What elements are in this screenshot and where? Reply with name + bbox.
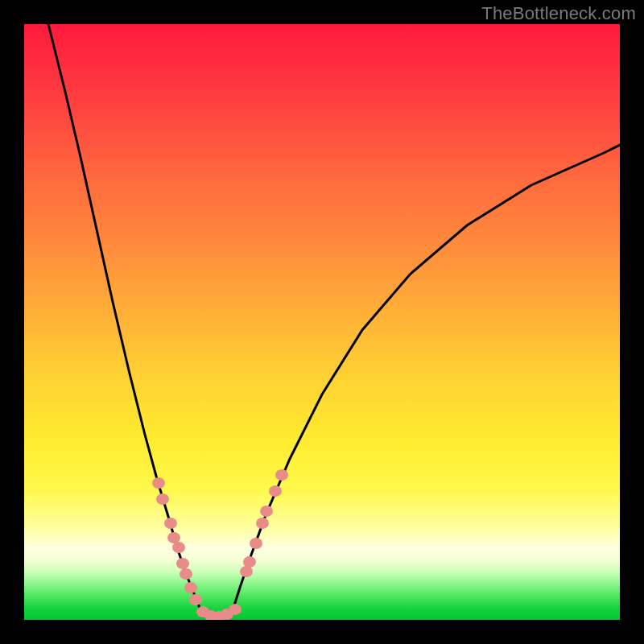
marker-group [152,469,288,620]
marker-dot [256,518,269,529]
curve-right [233,145,620,608]
watermark-text: TheBottleneck.com [481,3,636,24]
marker-dot [176,558,189,569]
marker-dot [152,477,165,489]
marker-dot [189,594,202,605]
marker-dot [164,518,177,529]
chart-plot-area [24,24,620,620]
marker-dot [250,538,262,549]
marker-dot [229,604,242,615]
marker-dot [167,532,180,543]
marker-dot [275,469,288,481]
curve-group [48,24,620,617]
marker-dot [269,485,282,497]
chart-svg [24,24,620,620]
marker-dot [156,493,169,505]
marker-dot [240,566,253,577]
marker-dot [260,506,273,517]
curve-left [48,24,200,608]
marker-dot [243,556,256,568]
marker-dot [172,542,185,553]
outer-frame: TheBottleneck.com [0,0,644,644]
marker-dot [180,568,192,580]
marker-dot [184,582,197,593]
